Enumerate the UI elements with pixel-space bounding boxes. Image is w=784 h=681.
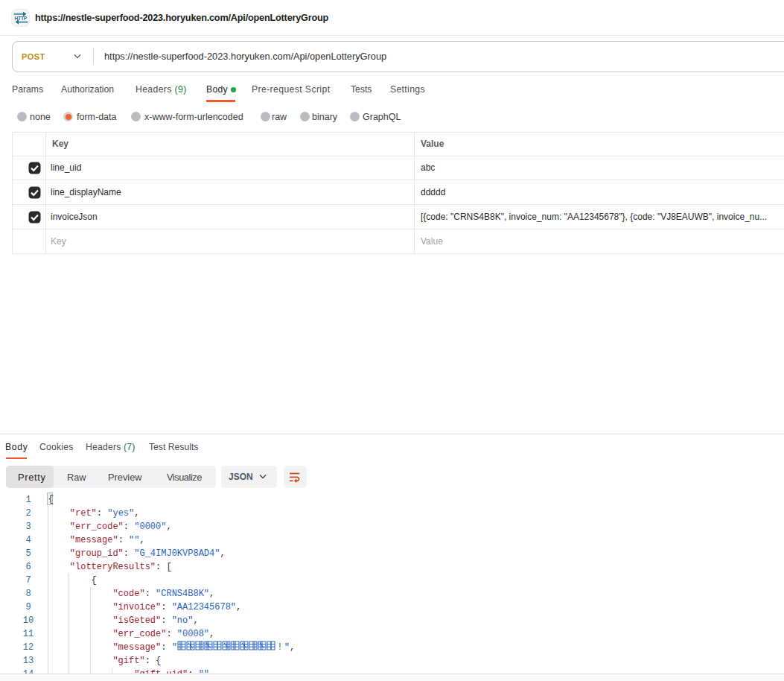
svg-text:HTTP: HTTP <box>15 16 28 21</box>
